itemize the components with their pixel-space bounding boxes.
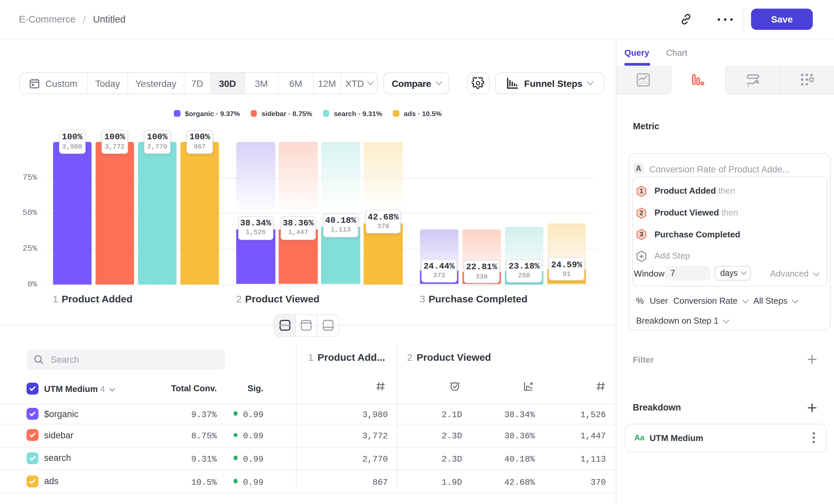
svg-text:3: 3 (639, 231, 643, 238)
svg-text:2: 2 (639, 209, 643, 216)
svg-text:1: 1 (639, 187, 643, 194)
